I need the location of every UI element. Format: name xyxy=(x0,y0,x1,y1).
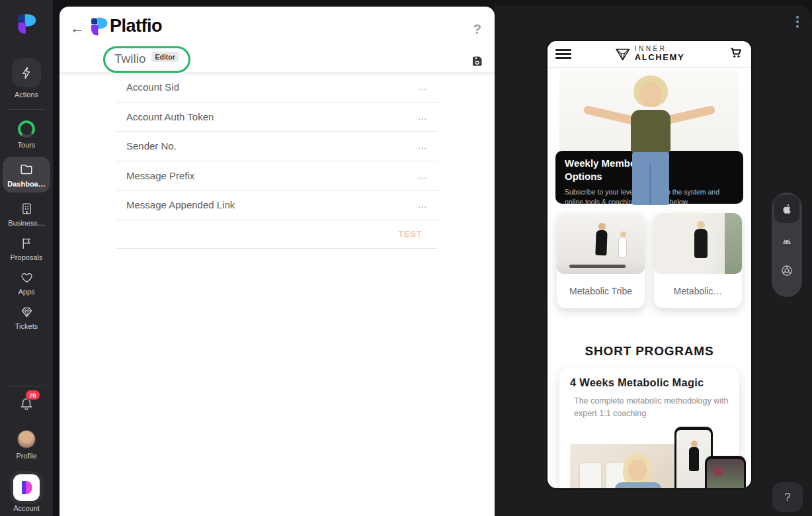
editor-badge: Editor xyxy=(151,52,179,62)
sidebar-divider xyxy=(7,109,46,110)
photo-figure xyxy=(618,237,627,258)
sidebar-item-label: Tours xyxy=(18,141,36,149)
editor-panel: ← Platfio ? Twilio Editor Account Sid xyxy=(60,7,495,516)
sidebar-item-dashboard[interactable]: Dashboa… xyxy=(3,157,50,193)
save-icon xyxy=(470,54,484,68)
photo-mat xyxy=(569,265,626,268)
field-label: Account Sid xyxy=(126,81,179,93)
device-chrome-button[interactable] xyxy=(774,256,799,285)
sidebar-item-label: Dashboa… xyxy=(7,180,45,188)
sidebar-item-label: Tickets xyxy=(15,322,38,330)
phone-mockup xyxy=(705,456,746,490)
field-value: ... xyxy=(418,82,427,92)
preview-panel: INNER ALCHEMY Weekly Membership Op xyxy=(495,5,812,516)
cart-icon xyxy=(729,46,743,60)
product-photo xyxy=(654,213,742,274)
test-row: TEST xyxy=(116,220,438,249)
sidebar-item-proposals[interactable]: Proposals xyxy=(3,236,50,261)
heart-icon xyxy=(20,271,34,284)
product-row: Metabolic Tribe Metabolic… xyxy=(557,213,742,308)
product-label: Metabolic Tribe xyxy=(557,274,645,308)
sidebar-item-account[interactable]: Account xyxy=(3,474,50,512)
account-app-tile xyxy=(13,474,40,501)
sidebar-item-business[interactable]: Business… xyxy=(3,202,50,227)
test-button[interactable]: TEST xyxy=(398,229,422,239)
phone-preview: INNER ALCHEMY Weekly Membership Op xyxy=(546,40,752,490)
brand-text: INNER ALCHEMY xyxy=(635,46,684,62)
android-icon xyxy=(780,234,794,249)
menu-icon[interactable] xyxy=(555,46,571,61)
gem-icon xyxy=(20,305,34,319)
notification-count-badge: 70 xyxy=(25,390,40,400)
hero-section: Weekly Membership Options Subscribe to y… xyxy=(548,67,751,206)
triangle-logo-icon xyxy=(614,46,631,63)
sidebar-item-label: Actions xyxy=(15,91,38,99)
photo-figure xyxy=(694,229,708,258)
photo-figure xyxy=(595,230,607,256)
field-value: ... xyxy=(418,200,427,210)
program-card-4-weeks[interactable]: 4 Weeks Metabolic Magic The complete met… xyxy=(559,367,739,490)
sidebar-item-actions[interactable]: Actions xyxy=(3,58,50,99)
photo-figure xyxy=(628,460,647,481)
help-button[interactable]: ? xyxy=(772,482,803,512)
field-sender-no[interactable]: Sender No. ... xyxy=(116,132,438,161)
kebab-menu-icon[interactable] xyxy=(796,14,799,30)
brand-line2: ALCHEMY xyxy=(635,53,684,62)
inner-alchemy-logo[interactable]: INNER ALCHEMY xyxy=(614,46,684,63)
save-button[interactable] xyxy=(470,54,484,70)
photo-plant xyxy=(725,213,742,274)
platfio-header-logo: Platfio xyxy=(90,16,162,36)
hero-photo-figure xyxy=(639,82,662,107)
phone-site-header: INNER ALCHEMY xyxy=(548,41,751,67)
actions-button[interactable] xyxy=(12,58,41,87)
field-message-appended-link[interactable]: Message Appended Link ... xyxy=(116,191,438,220)
sidebar-item-label: Apps xyxy=(18,288,34,296)
field-label: Message Appended Link xyxy=(126,199,235,210)
field-label: Account Auth Token xyxy=(126,111,214,122)
product-label: Metabolic… xyxy=(654,274,742,308)
field-label: Message Prefix xyxy=(126,170,194,181)
sidebar-item-label: Proposals xyxy=(11,253,43,261)
account-app-icon xyxy=(19,480,34,495)
apple-icon xyxy=(780,202,793,216)
photo-figure xyxy=(615,482,661,490)
field-account-auth-token[interactable]: Account Auth Token ... xyxy=(116,103,438,132)
profile-avatar xyxy=(17,430,36,449)
lightning-icon xyxy=(19,65,34,80)
sidebar-item-tours[interactable]: Tours xyxy=(3,120,50,149)
cart-button[interactable] xyxy=(729,46,743,62)
sidebar-item-tickets[interactable]: Tickets xyxy=(3,305,50,330)
profile-label: Profile xyxy=(16,452,36,460)
product-card-metabolic[interactable]: Metabolic… xyxy=(654,213,742,308)
field-message-prefix[interactable]: Message Prefix ... xyxy=(116,161,438,191)
flag-icon xyxy=(20,236,34,250)
product-card-metabolic-tribe[interactable]: Metabolic Tribe xyxy=(557,213,645,308)
platfio-logo-icon xyxy=(17,13,36,34)
device-android-button[interactable] xyxy=(774,227,799,256)
sidebar-item-apps[interactable]: Apps xyxy=(3,271,50,296)
collage-photo xyxy=(570,444,681,490)
program-title: 4 Weeks Metabolic Magic xyxy=(570,376,729,389)
twilio-editor-selector[interactable]: Twilio Editor xyxy=(103,46,190,73)
hero-photo-figure xyxy=(632,152,669,205)
device-ios-button[interactable] xyxy=(774,195,799,223)
notifications-button[interactable]: 70 xyxy=(18,396,35,415)
section-heading: SHORT PROGRAMS xyxy=(548,344,751,359)
field-value: ... xyxy=(418,141,427,151)
platfio-logo[interactable] xyxy=(17,13,36,37)
product-photo xyxy=(557,213,645,274)
integration-title: Twilio xyxy=(114,52,146,66)
photo-chair xyxy=(579,462,602,490)
platfio-logo-icon xyxy=(90,17,108,36)
sidebar: Actions Tours Dashboa… Business… Proposa… xyxy=(0,0,53,516)
field-label: Sender No. xyxy=(126,140,177,151)
editor-header: ← Platfio ? Twilio Editor xyxy=(60,7,495,73)
help-icon[interactable]: ? xyxy=(473,21,481,37)
field-account-sid[interactable]: Account Sid ... xyxy=(116,73,438,103)
folder-icon xyxy=(19,162,34,177)
sidebar-item-profile[interactable]: Profile xyxy=(3,430,50,460)
twilio-settings-form: Account Sid ... Account Auth Token ... S… xyxy=(60,73,495,249)
back-button[interactable]: ← xyxy=(70,21,85,36)
sidebar-item-label: Business… xyxy=(8,219,45,227)
chrome-icon xyxy=(780,264,793,277)
